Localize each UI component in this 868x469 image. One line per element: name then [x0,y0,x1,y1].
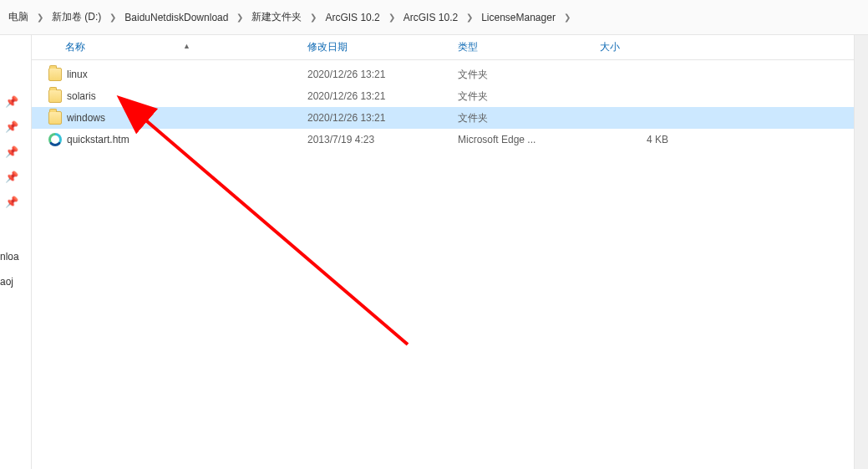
breadcrumb-item[interactable]: LicenseManager [476,8,561,27]
pin-icon[interactable]: 📌 [5,120,18,133]
file-size: 4 KB [600,134,675,145]
chevron-right-icon[interactable]: ❯ [385,13,398,22]
column-header-type[interactable]: 类型 [458,40,600,54]
file-type: 文件夹 [458,111,600,125]
folder-icon [48,89,62,103]
chevron-right-icon[interactable]: ❯ [106,13,119,22]
chevron-right-icon[interactable]: ❯ [561,13,574,22]
column-headers: 名称 ▲ 修改日期 类型 大小 [32,35,868,60]
pin-icon[interactable]: 📌 [5,171,18,183]
file-date: 2013/7/19 4:23 [307,134,458,145]
chevron-right-icon[interactable]: ❯ [463,13,476,22]
svg-line-1 [142,117,408,344]
file-name: solaris [67,90,96,102]
chevron-right-icon[interactable]: ❯ [233,13,246,22]
file-list-area: 名称 ▲ 修改日期 类型 大小 linux 2020/12/26 13:21 文… [32,35,868,469]
list-item[interactable]: linux 2020/12/26 13:21 文件夹 [32,64,868,85]
file-type: 文件夹 [458,68,600,82]
list-item[interactable]: windows 2020/12/26 13:21 文件夹 [32,107,868,129]
file-name: windows [67,112,105,124]
file-list: linux 2020/12/26 13:21 文件夹 solaris 2020/… [32,60,868,150]
pin-icon[interactable]: 📌 [5,95,18,108]
quick-access-item[interactable]: nloa [0,251,32,263]
column-header-date[interactable]: 修改日期 [307,40,458,54]
file-date: 2020/12/26 13:21 [307,69,458,80]
folder-icon [48,68,62,81]
breadcrumb-bar[interactable]: 电脑 ❯ 新加卷 (D:) ❯ BaiduNetdiskDownload ❯ 新… [0,0,868,35]
explorer-main: 📌 📌 📌 📌 📌 nloa aoj 名称 ▲ 修改日期 类型 大小 linux [0,35,868,469]
quick-access-item[interactable]: aoj [0,276,32,288]
file-name: quickstart.htm [67,134,129,145]
breadcrumb-item[interactable]: 新加卷 (D:) [47,7,106,28]
pin-icon[interactable]: 📌 [5,196,18,208]
file-type: Microsoft Edge ... [458,134,600,145]
column-header-name[interactable]: 名称 ▲ [32,40,307,54]
column-header-name-label: 名称 [65,41,85,53]
list-item[interactable]: solaris 2020/12/26 13:21 文件夹 [32,85,868,107]
folder-icon [48,111,62,125]
file-type: 文件夹 [458,89,600,104]
edge-html-icon [48,133,62,146]
vertical-scrollbar[interactable] [854,35,868,469]
chevron-right-icon[interactable]: ❯ [33,13,47,22]
sort-ascending-icon: ▲ [183,42,190,50]
list-item[interactable]: quickstart.htm 2013/7/19 4:23 Microsoft … [32,129,868,150]
breadcrumb-item[interactable]: 新建文件夹 [246,7,307,28]
chevron-right-icon[interactable]: ❯ [307,13,320,22]
breadcrumb-item[interactable]: ArcGIS 10.2 [320,8,384,27]
column-header-size[interactable]: 大小 [600,40,675,54]
navigation-pane[interactable]: 📌 📌 📌 📌 📌 nloa aoj [0,35,32,469]
breadcrumb-item[interactable]: 电脑 [3,7,33,28]
file-date: 2020/12/26 13:21 [307,90,458,102]
file-name: linux [67,69,88,80]
file-date: 2020/12/26 13:21 [307,112,458,124]
pin-icon[interactable]: 📌 [5,145,18,158]
breadcrumb-item[interactable]: ArcGIS 10.2 [398,8,463,27]
breadcrumb-item[interactable]: BaiduNetdiskDownload [119,8,233,27]
